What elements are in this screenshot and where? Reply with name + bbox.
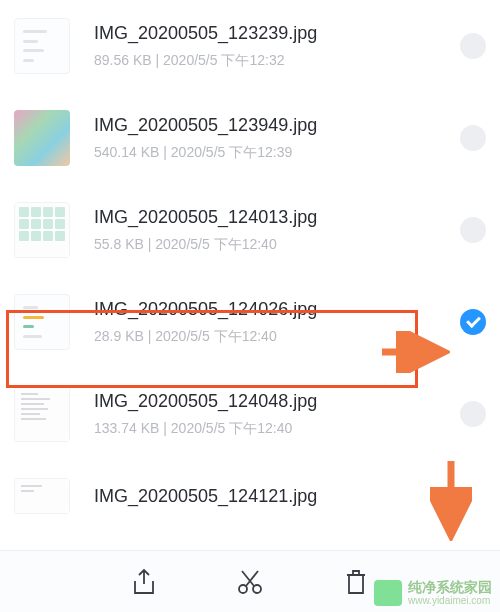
thumbnail-icon [14, 18, 70, 74]
file-meta: IMG_20200505_124048.jpg 133.74 KB | 2020… [94, 391, 448, 438]
list-item[interactable]: IMG_20200505_123239.jpg 89.56 KB | 2020/… [0, 0, 500, 92]
checkbox-icon[interactable] [460, 33, 486, 59]
watermark: 纯净系统家园 www.yidaimei.com [374, 580, 492, 606]
checkbox-icon[interactable] [460, 125, 486, 151]
file-name: IMG_20200505_124013.jpg [94, 207, 448, 228]
file-name: IMG_20200505_124048.jpg [94, 391, 448, 412]
file-meta: IMG_20200505_123949.jpg 540.14 KB | 2020… [94, 115, 448, 162]
file-name: IMG_20200505_123949.jpg [94, 115, 448, 136]
watermark-title: 纯净系统家园 [408, 580, 492, 595]
file-meta: IMG_20200505_123239.jpg 89.56 KB | 2020/… [94, 23, 448, 70]
file-meta: IMG_20200505_124026.jpg 28.9 KB | 2020/5… [94, 299, 448, 346]
cut-button[interactable] [233, 565, 267, 599]
file-subline: 28.9 KB | 2020/5/5 下午12:40 [94, 328, 448, 346]
checkbox-icon[interactable] [460, 309, 486, 335]
checkbox-icon[interactable] [460, 401, 486, 427]
file-meta: IMG_20200505_124013.jpg 55.8 KB | 2020/5… [94, 207, 448, 254]
file-name: IMG_20200505_124026.jpg [94, 299, 448, 320]
share-button[interactable] [127, 565, 161, 599]
list-item[interactable]: IMG_20200505_124013.jpg 55.8 KB | 2020/5… [0, 184, 500, 276]
file-subline: 55.8 KB | 2020/5/5 下午12:40 [94, 236, 448, 254]
file-list: IMG_20200505_123239.jpg 89.56 KB | 2020/… [0, 0, 500, 514]
file-subline: 133.74 KB | 2020/5/5 下午12:40 [94, 420, 448, 438]
thumbnail-icon [14, 294, 70, 350]
list-item[interactable]: IMG_20200505_124026.jpg 28.9 KB | 2020/5… [0, 276, 500, 368]
list-item[interactable]: IMG_20200505_124048.jpg 133.74 KB | 2020… [0, 368, 500, 460]
thumbnail-icon [14, 110, 70, 166]
thumbnail-icon [14, 386, 70, 442]
file-name: IMG_20200505_123239.jpg [94, 23, 448, 44]
svg-point-3 [253, 585, 261, 593]
watermark-logo-icon [374, 580, 402, 606]
thumbnail-icon [14, 202, 70, 258]
thumbnail-icon [14, 478, 70, 514]
svg-point-2 [239, 585, 247, 593]
file-meta: IMG_20200505_124121.jpg [94, 486, 486, 507]
list-item[interactable]: IMG_20200505_124121.jpg [0, 460, 500, 514]
list-item[interactable]: IMG_20200505_123949.jpg 540.14 KB | 2020… [0, 92, 500, 184]
file-name: IMG_20200505_124121.jpg [94, 486, 486, 507]
watermark-sub: www.yidaimei.com [408, 595, 492, 606]
delete-button[interactable] [339, 565, 373, 599]
file-subline: 89.56 KB | 2020/5/5 下午12:32 [94, 52, 448, 70]
file-subline: 540.14 KB | 2020/5/5 下午12:39 [94, 144, 448, 162]
checkbox-icon[interactable] [460, 217, 486, 243]
